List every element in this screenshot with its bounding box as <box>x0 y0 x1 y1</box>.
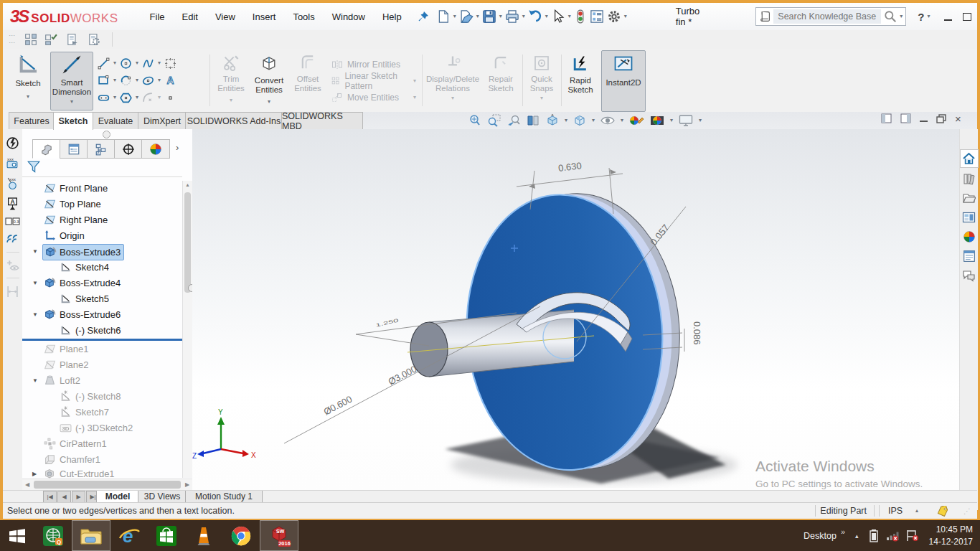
repair-sketch-button[interactable]: Repair Sketch <box>482 55 519 93</box>
close-button[interactable]: × <box>976 9 980 24</box>
custom-properties-icon[interactable] <box>961 248 978 265</box>
start-button[interactable] <box>0 521 34 550</box>
tree-item-origin[interactable]: Origin <box>22 228 182 244</box>
balloon-icon[interactable]: xxx <box>6 176 19 190</box>
pin-menu-icon[interactable] <box>418 11 429 22</box>
desktop-chevron-icon[interactable]: » <box>841 527 845 536</box>
display-style-caret-icon[interactable]: ▾ <box>592 118 595 123</box>
taskbar-internet-explorer-icon[interactable]: e <box>110 521 148 550</box>
tool-icon-d[interactable] <box>83 33 105 46</box>
view-palette-icon[interactable] <box>961 209 978 226</box>
tree-item-plane2[interactable]: Plane2 <box>22 357 182 373</box>
datum-feature-icon[interactable]: A <box>6 197 19 210</box>
menu-view[interactable]: View <box>207 7 244 27</box>
spline-caret-icon[interactable]: ▾ <box>158 60 161 66</box>
tree-item-right-plane[interactable]: Right Plane <box>22 212 182 228</box>
spline-tool-icon[interactable] <box>142 57 154 70</box>
fm-tab-properties[interactable] <box>60 139 88 159</box>
search-caret-icon[interactable]: ▾ <box>900 14 903 19</box>
action-center-flag-icon[interactable] <box>906 529 919 542</box>
text-tool-icon[interactable]: A <box>164 75 176 87</box>
hide-show-caret-icon[interactable]: ▾ <box>621 118 623 123</box>
tree-vertical-scrollbar[interactable]: ▲ <box>182 181 192 478</box>
expander-icon[interactable]: ▼ <box>32 248 38 255</box>
tree-item-sketch8[interactable]: (-) Sketch8 <box>22 389 182 405</box>
edit-appearance-icon[interactable] <box>628 113 644 128</box>
instant2d-button[interactable]: Instant2D <box>601 50 646 112</box>
smart-dimension-caret-icon[interactable]: ▾ <box>51 99 93 105</box>
tab-dimxpert[interactable]: DimXpert <box>138 112 187 129</box>
tree-item-sketch4[interactable]: Sketch4 <box>22 260 182 276</box>
display-style-icon[interactable] <box>573 113 587 128</box>
linear-sketch-pattern-button[interactable]: Linear Sketch Pattern ▾ <box>331 72 416 89</box>
show-annotations-icon[interactable] <box>6 259 19 271</box>
undo-caret-icon[interactable]: ▾ <box>545 14 548 19</box>
save-caret-icon[interactable]: ▾ <box>499 14 502 19</box>
rectangle-caret-icon[interactable]: ▾ <box>113 77 116 83</box>
save-icon[interactable] <box>482 9 496 24</box>
fm-tab-configurations[interactable] <box>87 139 116 159</box>
gear-caret-icon[interactable]: ▾ <box>624 14 627 19</box>
tree-item-top-plane[interactable]: Top Plane <box>22 197 182 212</box>
taskbar-file-explorer-icon[interactable] <box>72 520 110 551</box>
file-explorer-icon[interactable] <box>961 189 978 207</box>
ellipse-caret-icon[interactable]: ▾ <box>158 77 161 83</box>
panel-splitter-handle[interactable] <box>103 131 110 138</box>
polygon-caret-icon[interactable]: ▾ <box>136 95 138 100</box>
dim-disc-diameter[interactable]: Ø3.000 <box>387 363 419 387</box>
options-list-icon[interactable] <box>590 9 604 24</box>
doc-tab-model[interactable]: Model <box>96 491 139 503</box>
move-entities-button[interactable]: Move Entities ▾ <box>331 89 416 105</box>
rectangle-tool-icon[interactable] <box>98 75 110 87</box>
home-icon[interactable] <box>960 149 979 168</box>
dim-fin-thickness[interactable]: 0.057 <box>648 222 671 248</box>
convert-caret-icon[interactable]: ▾ <box>250 99 288 105</box>
ellipse-tool-icon[interactable] <box>142 75 154 87</box>
location-dimension-icon[interactable] <box>6 285 19 298</box>
expander-icon[interactable]: ▼ <box>32 280 38 286</box>
view-orientation-icon[interactable] <box>545 113 560 128</box>
tool-icon-c[interactable] <box>62 33 83 46</box>
quick-snaps-button[interactable]: Quick Snaps ▾ <box>525 55 558 101</box>
point-tool-icon[interactable] <box>164 92 176 104</box>
weld-symbol-icon[interactable] <box>6 233 19 245</box>
scroll-right-icon[interactable]: ▶ <box>182 481 192 488</box>
sketch-tool-button[interactable]: Sketch ▾ <box>9 53 47 100</box>
tree-item-sketch5[interactable]: Sketch5 <box>22 291 182 307</box>
tree-item-chamfer1[interactable]: Chamfer1 <box>22 452 182 468</box>
tree-item-plane1[interactable]: Plane1 <box>22 342 182 357</box>
display-delete-relations-button[interactable]: Display/Delete Relations ▾ <box>426 55 479 101</box>
open-caret-icon[interactable]: ▾ <box>476 14 479 19</box>
search-input[interactable] <box>773 9 881 24</box>
zoom-fit-icon[interactable] <box>468 113 482 128</box>
tab-solidworks-mbd[interactable]: SOLIDWORKS MBD <box>281 112 363 129</box>
taskbar-store-icon[interactable] <box>148 521 185 550</box>
print-caret-icon[interactable]: ▾ <box>522 14 525 19</box>
slot-caret-icon[interactable]: ▾ <box>113 95 116 100</box>
tree-item-3dsketch2[interactable]: (-) 3DSketch2 <box>22 420 182 436</box>
view-orientation-caret-icon[interactable]: ▾ <box>565 118 567 123</box>
expander-icon[interactable]: ▶ <box>32 471 37 477</box>
slot-tool-icon[interactable] <box>98 92 110 104</box>
tab-features[interactable]: Features <box>9 112 55 129</box>
units-caret-icon[interactable]: ▴ <box>915 508 918 514</box>
scroll-up-icon[interactable]: ▲ <box>183 181 192 187</box>
hscroll-thumb[interactable] <box>34 481 181 489</box>
network-icon[interactable] <box>886 530 899 542</box>
arc-caret-icon[interactable]: ▾ <box>136 77 138 83</box>
desktop-toolbar-label[interactable]: Desktop <box>804 531 837 541</box>
dim-width[interactable]: 0.630 <box>557 160 582 174</box>
next-tab-icon[interactable]: ▶ <box>72 491 85 503</box>
line-tool-icon[interactable] <box>98 57 110 70</box>
help-caret-icon[interactable]: ▾ <box>928 14 930 19</box>
tab-solidworks-addins[interactable]: SOLIDWORKS Add-Ins <box>185 112 283 129</box>
tab-sketch[interactable]: Sketch <box>53 112 93 130</box>
minimize-button[interactable] <box>939 11 958 23</box>
menu-file[interactable]: File <box>141 7 174 27</box>
section-view-icon[interactable] <box>526 113 540 128</box>
pane-right-icon[interactable] <box>900 113 911 123</box>
open-document-icon[interactable] <box>459 9 473 24</box>
dim-length[interactable]: 1.250 <box>375 318 400 328</box>
menu-tools[interactable]: Tools <box>284 7 323 27</box>
taskbar-idm-icon[interactable]: Q <box>34 521 72 550</box>
